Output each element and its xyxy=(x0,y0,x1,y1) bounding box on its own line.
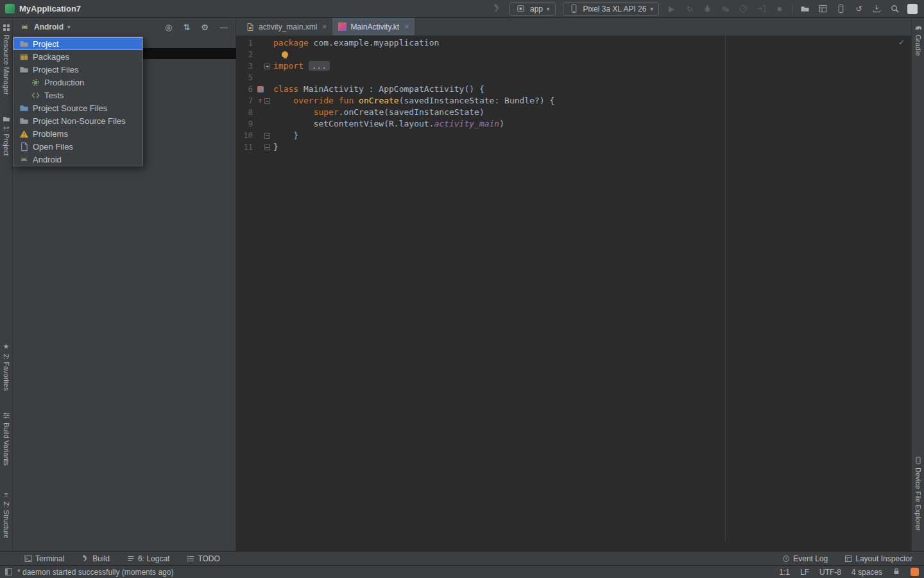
toolwindow-toggle-icon[interactable] xyxy=(5,568,12,575)
apply-code-changes-icon[interactable]: ↹ xyxy=(720,3,731,14)
settings-gear-icon[interactable]: ⚙ xyxy=(201,22,209,32)
toolwindow-event-log[interactable]: Event Log xyxy=(782,554,828,563)
popup-item-problems[interactable]: Problems xyxy=(13,127,142,140)
code-line: 2 xyxy=(236,49,911,60)
stripe-device-file-explorer[interactable]: Device File Explorer xyxy=(912,456,924,530)
code-line-text[interactable]: package com.example.myapplication xyxy=(273,37,439,49)
fold-marker[interactable]: − xyxy=(264,144,270,150)
code-line-text[interactable]: override fun onCreate(savedInstanceState… xyxy=(273,95,554,107)
gradle-sync-icon[interactable]: ↺ xyxy=(853,3,864,14)
inspections-status-icon[interactable]: ✓ xyxy=(898,38,905,47)
avd-manager-icon[interactable] xyxy=(835,3,846,14)
gradle-status-icon[interactable] xyxy=(911,568,919,576)
popup-item-project-source-files[interactable]: Project Source Files xyxy=(13,101,142,114)
tab-label: MainActivity.kt xyxy=(350,22,399,31)
chevron-down-icon[interactable]: ▾ xyxy=(67,24,71,30)
intention-bulb-icon[interactable] xyxy=(282,51,288,58)
debug-icon[interactable] xyxy=(702,3,713,14)
device-manager-icon[interactable] xyxy=(800,3,810,14)
line-number[interactable]: 9 xyxy=(236,118,253,130)
toolwindow-build[interactable]: Build xyxy=(81,554,110,563)
code-editor[interactable]: ✓ 1package com.example.myapplication23+i… xyxy=(236,36,911,541)
code-line-text[interactable]: setContentView(R.layout.activity_main) xyxy=(273,118,504,130)
line-number[interactable]: 6 xyxy=(236,83,253,95)
status-message[interactable]: * daemon started successfully (moments a… xyxy=(17,568,173,577)
hide-panel-icon[interactable]: — xyxy=(219,22,228,32)
profiler-icon[interactable] xyxy=(738,3,749,14)
popup-item-open-files[interactable]: Open Files xyxy=(13,140,142,153)
android-studio-icon xyxy=(5,4,15,13)
stripe-structure[interactable]: ≡ Z: Structure xyxy=(0,490,12,538)
stripe-favorites[interactable]: ★ 2: Favorites xyxy=(0,342,12,390)
fold-marker[interactable]: − xyxy=(264,98,270,104)
popup-item-project-non-source-files[interactable]: Project Non-Source Files xyxy=(13,114,142,127)
toolwindow-todo[interactable]: TODO xyxy=(187,554,219,563)
popup-item-project[interactable]: Project xyxy=(13,37,142,50)
line-number[interactable]: 7 xyxy=(236,95,253,107)
line-ending[interactable]: LF xyxy=(800,568,809,577)
stop-icon[interactable]: ■ xyxy=(774,3,785,14)
file-encoding[interactable]: UTF-8 xyxy=(819,568,841,577)
line-number[interactable]: 5 xyxy=(236,72,253,83)
line-number[interactable]: 2 xyxy=(236,49,253,60)
tree-selected-row[interactable] xyxy=(143,48,236,59)
code-line: 11−} xyxy=(236,141,911,153)
code-line-text[interactable] xyxy=(273,49,288,60)
make-project-hammer-icon[interactable] xyxy=(492,3,502,14)
run-icon[interactable]: ▶ xyxy=(666,3,677,14)
sdk-manager-icon[interactable] xyxy=(871,3,882,14)
line-number[interactable]: 8 xyxy=(236,107,253,118)
override-method-icon[interactable]: ↑ xyxy=(258,95,262,107)
stripe-build-variants[interactable]: Build Variants xyxy=(0,411,12,466)
stripe-gradle[interactable]: Gradle xyxy=(912,23,924,56)
code-line-text[interactable]: } xyxy=(273,130,298,141)
caret-position[interactable]: 1:1 xyxy=(779,568,790,577)
stripe-label: Gradle xyxy=(914,35,922,56)
code-line-text[interactable]: class MainActivity : AppCompatActivity()… xyxy=(273,83,484,95)
layout-inspector-toolbar-icon[interactable] xyxy=(817,3,828,14)
kotlin-class-icon[interactable] xyxy=(257,86,264,92)
folded-imports-chip[interactable]: ... xyxy=(309,61,330,71)
fold-marker[interactable]: + xyxy=(264,64,270,69)
popup-item-production[interactable]: Production xyxy=(13,76,142,89)
close-tab-icon[interactable]: × xyxy=(322,22,327,31)
tab-activity-main-xml[interactable]: activity_main.xml × xyxy=(240,18,332,35)
toolwindow-terminal[interactable]: Terminal xyxy=(24,554,64,563)
code-line-text[interactable]: super.onCreate(savedInstanceState) xyxy=(273,107,484,118)
search-icon[interactable] xyxy=(889,3,900,14)
toolwindow-label: TODO xyxy=(198,554,219,563)
indent-size[interactable]: 4 spaces xyxy=(851,568,882,577)
select-opened-file-icon[interactable]: ◎ xyxy=(165,22,172,32)
line-number[interactable]: 11 xyxy=(236,141,253,153)
close-tab-icon[interactable]: × xyxy=(404,22,409,31)
popup-item-tests[interactable]: Tests xyxy=(13,89,142,101)
code-line-text[interactable]: import ... xyxy=(273,60,330,72)
stripe-resource-manager[interactable]: Resource Manager xyxy=(0,23,12,95)
project-view-selector[interactable]: Android xyxy=(34,22,64,31)
read-only-lock-icon[interactable] xyxy=(893,567,900,577)
toolwindow-logcat[interactable]: 6: Logcat xyxy=(127,554,169,563)
project-folder-icon xyxy=(2,114,10,123)
run-config-select[interactable]: app ▾ xyxy=(509,2,556,16)
popup-item-label: Packages xyxy=(33,52,69,62)
code-line-text[interactable]: } xyxy=(273,141,278,153)
toolwindow-layout-inspector[interactable]: Layout Inspector xyxy=(844,554,912,563)
stripe-label: 1: Project xyxy=(3,126,10,155)
line-number[interactable]: 10 xyxy=(236,130,253,141)
tab-mainactivity-kt[interactable]: MainActivity.kt × xyxy=(332,18,415,35)
popup-item-packages[interactable]: Packages xyxy=(13,50,142,63)
popup-item-project-files[interactable]: Project Files xyxy=(13,63,142,76)
attach-debugger-icon[interactable] xyxy=(756,3,767,14)
line-number[interactable]: 3 xyxy=(236,60,253,72)
kotlin-icon xyxy=(338,22,346,31)
line-number[interactable]: 1 xyxy=(236,37,253,49)
popup-item-android[interactable]: Android xyxy=(13,153,142,166)
account-icon[interactable] xyxy=(907,4,918,14)
expand-collapse-icon[interactable]: ⇅ xyxy=(183,22,190,32)
favorites-star-icon: ★ xyxy=(2,342,10,351)
apply-changes-icon[interactable]: ↻ xyxy=(684,3,695,14)
stripe-project[interactable]: 1: Project xyxy=(0,114,12,155)
left-tool-stripe: Resource Manager 1: Project ★ 2: Favorit… xyxy=(0,18,13,551)
fold-marker[interactable]: − xyxy=(264,133,270,139)
device-select[interactable]: Pixel 3a XL API 26 ▾ xyxy=(563,2,659,16)
